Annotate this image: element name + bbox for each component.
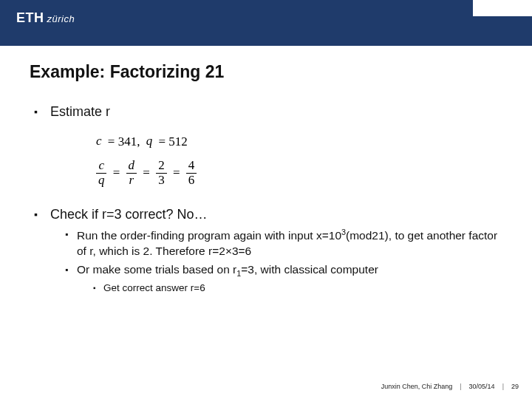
footer-page: 29 <box>511 383 519 390</box>
math-eq2: = 512 <box>158 134 187 150</box>
bullet-text: Estimate r <box>50 104 110 119</box>
bullet-list-2: Check if r=3 correct? No… Run the order-… <box>30 207 502 296</box>
math-line-2: c q = d r = 2 3 = 4 6 <box>96 159 502 187</box>
bullet-list: Estimate r <box>30 104 502 120</box>
bullet-estimate-r: Estimate r <box>34 104 502 120</box>
frac-den: r <box>127 174 137 188</box>
frac-den: q <box>96 174 107 188</box>
eth-logo: ETH zürich <box>16 10 75 26</box>
math-line-1: c = 341, q = 512 <box>96 133 502 150</box>
frac-den: 3 <box>156 174 167 188</box>
slide-title: Example: Factorizing 21 <box>30 62 502 82</box>
frac-num: c <box>96 159 106 174</box>
frac-num: d <box>126 159 137 174</box>
frac-46: 4 6 <box>186 159 197 187</box>
math-q: q <box>146 134 153 148</box>
sub-bullet-trials: Or make some trials based on r1=3, with … <box>65 262 502 296</box>
logo-sub: zürich <box>47 13 75 24</box>
text-part: Or make some trials based on r <box>77 263 236 276</box>
equals-icon: = <box>173 165 180 181</box>
footer-authors: Junxin Chen, Chi Zhang <box>381 383 453 390</box>
frac-num: 4 <box>186 159 197 174</box>
sub-sub-list: Get correct answer r=6 <box>77 282 502 295</box>
frac-dr: d r <box>126 159 137 187</box>
header-notch <box>473 0 532 16</box>
footer-date: 30/05/14 <box>469 383 495 390</box>
text-part: =3, with classical computer <box>241 263 378 276</box>
header-band: ETH zürich <box>0 0 532 46</box>
sub-list: Run the order-finding program again with… <box>50 227 502 296</box>
slide-content: Example: Factorizing 21 Estimate r c = 3… <box>0 46 532 295</box>
footer-separator: | <box>460 383 461 390</box>
sub-sub-bullet-answer: Get correct answer r=6 <box>93 282 502 295</box>
math-eq1: = 341, <box>108 134 140 150</box>
math-block: c = 341, q = 512 c q = d r = 2 3 = 4 6 <box>96 133 502 188</box>
logo-main: ETH <box>16 10 44 26</box>
bullet-text: Check if r=3 correct? No… <box>50 207 208 222</box>
frac-den: 6 <box>186 174 197 188</box>
text-part: Run the order-finding program again with… <box>77 229 341 242</box>
text-part: Get correct answer r=6 <box>103 282 205 293</box>
frac-23: 2 3 <box>156 159 167 187</box>
footer-separator: | <box>502 383 504 390</box>
bullet-check-r: Check if r=3 correct? No… Run the order-… <box>34 207 502 296</box>
frac-cq: c q <box>96 159 107 187</box>
sub-bullet-run-again: Run the order-finding program again with… <box>65 227 502 259</box>
slide-footer: Junxin Chen, Chi Zhang | 30/05/14 | 29 <box>381 383 519 390</box>
equals-icon: = <box>143 165 150 181</box>
equals-icon: = <box>113 165 120 181</box>
frac-num: 2 <box>156 159 167 174</box>
math-c: c <box>96 134 102 148</box>
